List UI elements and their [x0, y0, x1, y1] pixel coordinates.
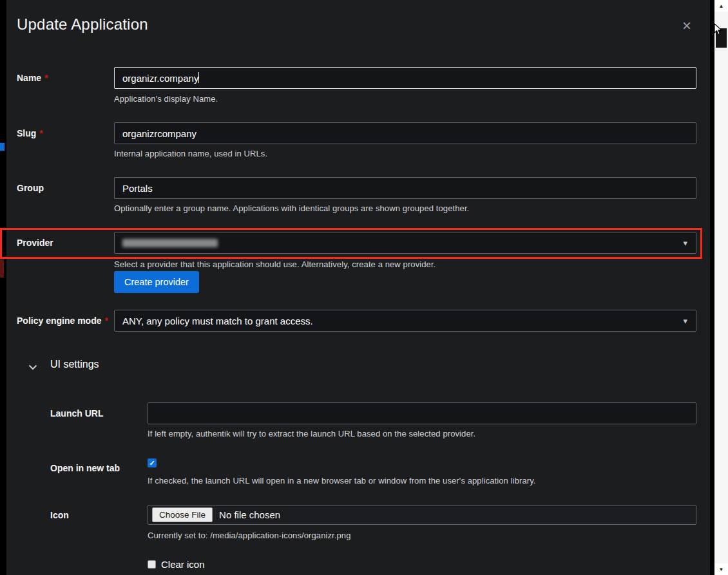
- name-label-text: Name: [17, 73, 41, 83]
- scrollbar-track[interactable]: [714, 0, 728, 575]
- open-in-new-tab-help: If checked, the launch URL will open in …: [148, 476, 536, 485]
- text-caret: [198, 72, 199, 83]
- choose-file-button[interactable]: Choose File: [152, 507, 213, 522]
- scrollbar-thumb[interactable]: [716, 28, 727, 48]
- clear-icon-label: Clear icon: [161, 559, 205, 570]
- chevron-down-icon: ▾: [683, 317, 687, 325]
- policy-engine-mode-label-text: Policy engine mode: [17, 316, 101, 326]
- modal-title: Update Application: [17, 15, 148, 33]
- provider-help: Select a provider that this application …: [114, 259, 436, 269]
- slug-input[interactable]: [114, 122, 696, 144]
- file-chosen-status: No file chosen: [219, 509, 280, 520]
- policy-engine-mode-select[interactable]: ANY, any policy must match to grant acce…: [114, 310, 696, 332]
- icon-label: Icon: [50, 510, 69, 520]
- chevron-down-icon: ▾: [683, 239, 687, 247]
- required-marker: *: [104, 316, 108, 326]
- slug-label: Slug*: [17, 128, 43, 138]
- backdrop-fragment-red: [0, 259, 4, 278]
- check-icon: ✓: [149, 459, 155, 467]
- open-in-new-tab-checkbox[interactable]: ✓: [148, 458, 157, 467]
- provider-select[interactable]: ▾: [114, 232, 696, 254]
- slug-label-text: Slug: [17, 128, 36, 138]
- icon-file-input[interactable]: Choose File No file chosen: [148, 505, 696, 525]
- provider-label: Provider: [17, 238, 53, 248]
- clear-icon-checkbox[interactable]: [148, 560, 156, 569]
- required-marker: *: [44, 73, 48, 83]
- scroll-down-button[interactable]: ▼: [714, 563, 728, 575]
- close-icon[interactable]: ×: [682, 18, 691, 33]
- launch-url-help: If left empty, authentik will try to ext…: [148, 429, 475, 438]
- open-in-new-tab-label: Open in new tab: [50, 463, 120, 473]
- name-input[interactable]: [114, 67, 696, 89]
- backdrop-fragment-blue: [0, 143, 5, 151]
- provider-redacted-value: [122, 239, 218, 247]
- group-help: Optionally enter a group name. Applicati…: [114, 203, 469, 213]
- name-label: Name*: [17, 73, 48, 83]
- create-provider-button[interactable]: Create provider: [114, 271, 199, 293]
- slug-help: Internal application name, used in URLs.: [114, 149, 267, 158]
- ui-settings-section-title[interactable]: UI settings: [50, 359, 99, 370]
- group-input[interactable]: [114, 177, 696, 199]
- required-marker: *: [39, 128, 43, 138]
- ui-settings-chevron-icon[interactable]: [28, 361, 37, 373]
- scroll-up-button[interactable]: ▲: [714, 0, 728, 12]
- launch-url-input[interactable]: [148, 402, 696, 424]
- policy-engine-mode-value: ANY, any policy must match to grant acce…: [122, 316, 313, 326]
- policy-engine-mode-label: Policy engine mode*: [17, 316, 108, 326]
- icon-help: Currently set to: /media/application-ico…: [148, 531, 351, 540]
- name-help: Application's display Name.: [114, 94, 218, 104]
- launch-url-label: Launch URL: [50, 408, 103, 419]
- group-label: Group: [17, 183, 44, 193]
